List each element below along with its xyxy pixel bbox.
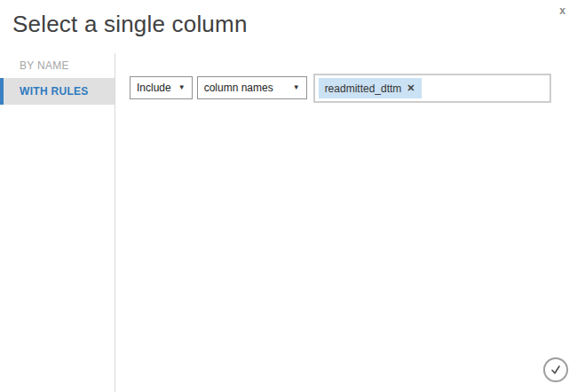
main-panel: Include ▼ column names ▼ readmitted_dttm… xyxy=(115,53,577,392)
select-value: Include xyxy=(137,82,171,94)
chevron-down-icon: ▼ xyxy=(178,84,186,91)
include-exclude-select[interactable]: Include ▼ xyxy=(130,76,193,99)
select-value: column names xyxy=(204,82,273,94)
column-tag: readmitted_dttm ✕ xyxy=(319,78,422,98)
column-tag-label: readmitted_dttm xyxy=(325,82,402,95)
sidebar: BY NAME WITH RULES xyxy=(0,53,115,392)
close-icon[interactable]: x xyxy=(557,3,567,19)
checkmark-icon xyxy=(549,364,562,376)
sidebar-item-label: WITH RULES xyxy=(20,85,89,98)
criteria-select[interactable]: column names ▼ xyxy=(197,76,307,99)
sidebar-item-label: BY NAME xyxy=(20,59,69,72)
sidebar-item-with-rules[interactable]: WITH RULES xyxy=(0,78,115,105)
select-column-dialog: Select a single column x BY NAME WITH RU… xyxy=(0,0,577,392)
rule-row: Include ▼ column names ▼ readmitted_dttm… xyxy=(130,74,551,103)
sidebar-item-by-name[interactable]: BY NAME xyxy=(0,53,115,78)
page-title: Select a single column xyxy=(12,11,248,38)
remove-tag-icon[interactable]: ✕ xyxy=(407,82,415,94)
chevron-down-icon: ▼ xyxy=(293,84,300,91)
confirm-button[interactable] xyxy=(543,357,568,382)
dialog-body: BY NAME WITH RULES Include ▼ column name… xyxy=(0,53,577,392)
column-names-input[interactable]: readmitted_dttm ✕ xyxy=(313,74,551,103)
